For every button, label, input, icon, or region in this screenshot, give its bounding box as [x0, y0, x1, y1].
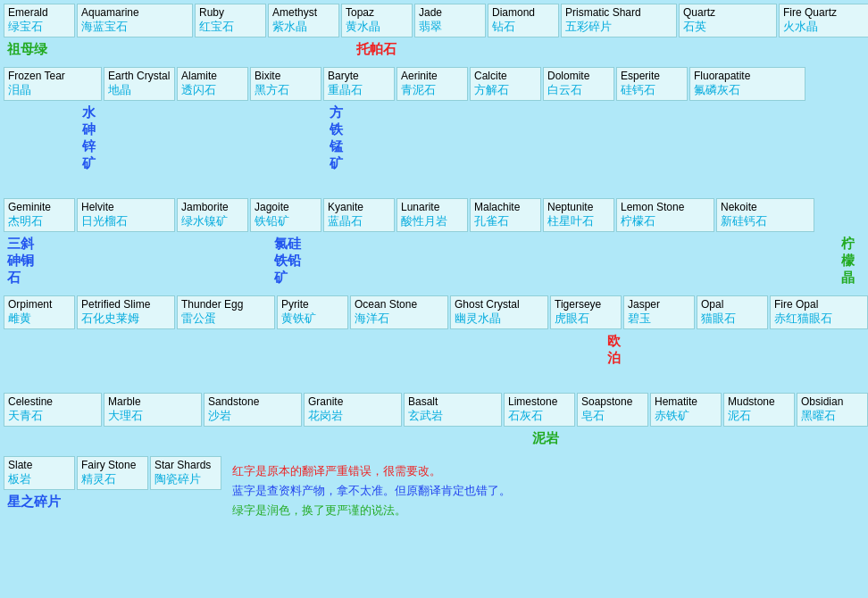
- mineral-en-name: Pyrite: [281, 298, 309, 311]
- mineral-section: Orpiment雌黄Petrified Slime石化史莱姆Thunder Eg…: [4, 295, 864, 391]
- mineral-cell: Jade翡翠: [414, 4, 486, 37]
- mineral-zh-name: 新硅钙石: [721, 213, 767, 229]
- mineral-cell: Obsidian黑曜石: [797, 393, 868, 427]
- mineral-en-name: Tigerseye: [555, 298, 601, 311]
- label-row: 祖母绿托帕石: [4, 39, 864, 60]
- mineral-cell: Jagoite铁铅矿: [250, 198, 321, 232]
- mineral-en-name: Petrified Slime: [81, 298, 150, 311]
- mineral-en-name: Obsidian: [801, 395, 843, 408]
- mineral-en-name: Hematite: [655, 395, 697, 408]
- mineral-zh-name: 赤红猫眼石: [774, 311, 832, 327]
- mineral-cell: Jamborite绿水镍矿: [177, 198, 248, 232]
- mineral-cell: Frozen Tear泪晶: [4, 67, 102, 101]
- mineral-zh-name: 硅钙石: [621, 82, 655, 98]
- mineral-en-name: Nekoite: [721, 201, 757, 213]
- mineral-en-name: Ocean Stone: [355, 298, 417, 311]
- mineral-cell: Fire Opal赤红猫眼石: [770, 295, 868, 329]
- mineral-row: Orpiment雌黄Petrified Slime石化史莱姆Thunder Eg…: [4, 295, 864, 329]
- mineral-zh-name: 红宝石: [199, 19, 234, 35]
- mineral-cell: Granite花岗岩: [304, 393, 402, 427]
- section-label: 氯硅铁铅矿: [271, 234, 311, 288]
- mineral-section: Celestine天青石Marble大理石Sandstone沙岩Granite花…: [4, 393, 864, 454]
- mineral-cell: Lemon Stone柠檬石: [616, 198, 714, 232]
- mineral-cell: Celestine天青石: [4, 393, 102, 427]
- mineral-cell: Prismatic Shard五彩碎片: [561, 4, 677, 37]
- mineral-en-name: Prismatic Shard: [565, 6, 641, 19]
- section-label: 泥岩: [529, 428, 563, 449]
- mineral-cell: Bixite黑方石: [250, 67, 321, 101]
- mineral-zh-name: 钻石: [492, 19, 515, 35]
- mineral-en-name: Esperite: [621, 70, 660, 82]
- mineral-en-name: Emerald: [8, 6, 48, 19]
- mineral-cell: Calcite方解石: [470, 67, 541, 101]
- mineral-en-name: Aerinite: [401, 70, 438, 82]
- mineral-cell: Alamite透闪石: [177, 67, 248, 101]
- mineral-en-name: Helvite: [81, 201, 114, 213]
- mineral-cell: Emerald绿宝石: [4, 4, 75, 37]
- mineral-cell: Aquamarine海蓝宝石: [77, 4, 193, 37]
- mineral-en-name: Soapstone: [581, 395, 632, 408]
- mineral-zh-name: 方解石: [474, 82, 509, 98]
- mineral-cell: Kyanite蓝晶石: [323, 198, 395, 232]
- mineral-zh-name: 白云石: [547, 82, 582, 98]
- mineral-zh-name: 黑方石: [255, 82, 289, 98]
- mineral-section: Frozen Tear泪晶Earth Crystal地晶Alamite透闪石Bi…: [4, 67, 864, 196]
- mineral-zh-name: 泥石: [728, 408, 751, 424]
- mineral-en-name: Lunarite: [401, 201, 439, 213]
- mineral-zh-name: 黄水晶: [346, 19, 380, 35]
- mineral-zh-name: 沙岩: [208, 408, 231, 424]
- mineral-zh-name: 赤铁矿: [655, 408, 689, 424]
- mineral-zh-name: 铁铅矿: [255, 213, 289, 229]
- mineral-cell: Ruby红宝石: [195, 4, 266, 37]
- mineral-en-name: Earth Crystal: [108, 70, 170, 82]
- mineral-zh-name: 黑曜石: [801, 408, 836, 424]
- mineral-zh-name: 幽灵水晶: [455, 311, 501, 327]
- note-area: 红字是原本的翻译严重错误，很需要改。蓝字是查资料产物，拿不太准。但原翻译肯定也错…: [223, 456, 520, 526]
- mineral-cell: Ghost Crystal幽灵水晶: [450, 295, 548, 329]
- mineral-zh-name: 皂石: [581, 408, 605, 424]
- label-row: 水砷锌矿方铁锰矿硅钙铅锌矿: [4, 103, 864, 191]
- mineral-section: Emerald绿宝石Aquamarine海蓝宝石Ruby红宝石Amethyst紫…: [4, 4, 864, 65]
- mineral-zh-name: 黄铁矿: [281, 311, 316, 327]
- mineral-cell: Diamond钻石: [488, 4, 559, 37]
- mineral-en-name: Jade: [419, 6, 442, 19]
- mineral-en-name: Limestone: [508, 395, 557, 408]
- mineral-en-name: Jamborite: [181, 201, 229, 213]
- mineral-en-name: Quartz: [683, 6, 715, 19]
- mineral-zh-name: 花岗岩: [308, 408, 343, 424]
- mineral-zh-name: 柠檬石: [621, 213, 655, 229]
- mineral-cell: Limestone石灰石: [504, 393, 575, 427]
- mineral-cell: Marble大理石: [104, 393, 202, 427]
- label-row: 泥岩: [4, 428, 864, 449]
- mineral-zh-name: 蓝晶石: [328, 213, 363, 229]
- mineral-zh-name: 板岩: [8, 471, 31, 487]
- mineral-cell: Aerinite青泥石: [396, 67, 468, 101]
- mineral-cell: Fire Quartz火水晶: [779, 4, 868, 37]
- mineral-en-name: Frozen Tear: [8, 70, 65, 82]
- mineral-en-name: Fluorapatite: [694, 70, 750, 82]
- section-label: 祖母绿: [4, 39, 51, 60]
- mineral-zh-name: 翡翠: [419, 19, 442, 35]
- mineral-cell: Jasper碧玉: [623, 295, 695, 329]
- mineral-zh-name: 青泥石: [401, 82, 436, 98]
- mineral-zh-name: 泪晶: [8, 82, 31, 98]
- mineral-zh-name: 五彩碎片: [565, 19, 612, 35]
- mineral-zh-name: 海蓝宝石: [81, 19, 128, 35]
- label-row: 欧泊火欧泊: [4, 331, 864, 386]
- mineral-cell: Pyrite黄铁矿: [277, 295, 348, 329]
- mineral-cell: Sandstone沙岩: [204, 393, 302, 427]
- mineral-row: Celestine天青石Marble大理石Sandstone沙岩Granite花…: [4, 393, 864, 427]
- mineral-cell: Thunder Egg雷公蛋: [177, 295, 275, 329]
- mineral-en-name: Celestine: [8, 395, 53, 408]
- section-label: 欧泊: [604, 331, 624, 369]
- mineral-zh-name: 石化史莱姆: [81, 311, 139, 327]
- mineral-zh-name: 酸性月岩: [401, 213, 447, 229]
- mineral-cell: Soapstone皂石: [577, 393, 648, 427]
- mineral-en-name: Aquamarine: [81, 6, 139, 19]
- mineral-en-name: Diamond: [492, 6, 535, 19]
- mineral-zh-name: 绿宝石: [8, 19, 43, 35]
- mineral-section: Geminite杰明石Helvite日光榴石Jamborite绿水镍矿Jagoi…: [4, 198, 864, 294]
- section-label: 方铁锰矿: [326, 103, 346, 174]
- mineral-en-name: Calcite: [474, 70, 507, 82]
- mineral-en-name: Star Shards: [154, 459, 211, 471]
